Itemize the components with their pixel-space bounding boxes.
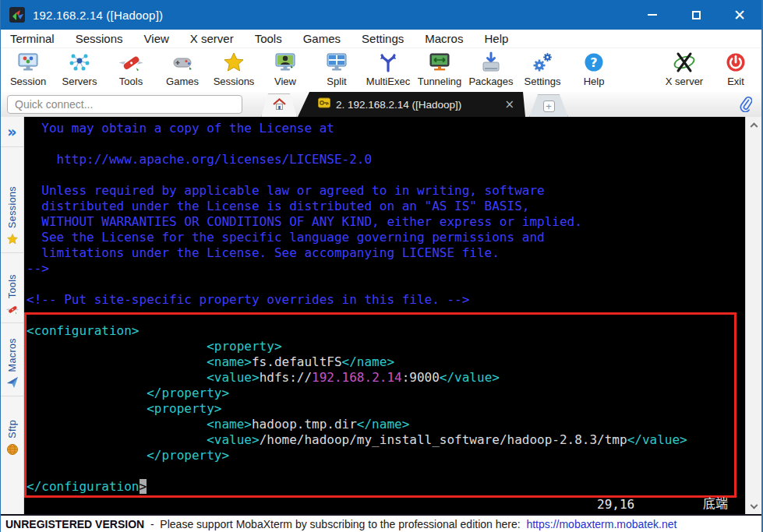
terminal-line: [26, 277, 687, 292]
quick-connect-input[interactable]: [7, 95, 242, 114]
toolbar-label-sessions: Sessions: [214, 76, 255, 87]
toolbar-button-split[interactable]: Split: [311, 50, 362, 87]
gamepad-icon: [170, 50, 195, 75]
active-tab-label: 2. 192.168.2.14 ([Hadoop]): [336, 99, 461, 111]
menu-item-view[interactable]: View: [144, 32, 169, 45]
toolbar-button-servers[interactable]: Servers: [54, 50, 105, 87]
terminal-panel[interactable]: You may obtain a copy of the License at …: [24, 117, 745, 514]
toolbar-button-view[interactable]: View: [260, 50, 311, 87]
star-icon: [221, 50, 246, 75]
terminal-line: -->: [26, 261, 687, 277]
toolbar-button-games[interactable]: Games: [157, 50, 208, 87]
menu-item-help[interactable]: Help: [484, 32, 508, 45]
split-monitor-icon: [324, 50, 349, 75]
home-icon: [273, 98, 286, 114]
terminal-line: <configuration>: [26, 323, 687, 339]
paperclip-icon[interactable]: [740, 97, 752, 115]
mobaxterm-window: 192.168.2.14 ([Hadoop]) ✕ TerminalSessio…: [0, 0, 763, 532]
multiexec-fork-icon: [376, 50, 401, 75]
toolbar-label-multiexec: MultiExec: [366, 76, 410, 87]
sidebar-tab-macros[interactable]: Macros: [1, 322, 23, 396]
globe-icon: [6, 443, 19, 456]
toolbar-label-packages: Packages: [468, 76, 513, 87]
sidebar-tab-label-macros: Macros: [7, 338, 18, 372]
toolbar-label-view: View: [274, 76, 296, 87]
minimize-button[interactable]: [631, 0, 674, 30]
toolbar-button-tools[interactable]: Tools: [105, 50, 157, 87]
terminal-scrollbar[interactable]: [745, 117, 761, 514]
toolbar-label-games: Games: [166, 76, 199, 87]
terminal-line: </property>: [26, 386, 687, 401]
scroll-up-button[interactable]: [746, 117, 761, 131]
menu-item-settings[interactable]: Settings: [362, 32, 404, 45]
terminal-line: </configuration>: [26, 479, 687, 495]
active-session-tab[interactable]: 2. 192.168.2.14 ([Hadoop]) ×: [298, 92, 525, 117]
menu-item-sessions[interactable]: Sessions: [76, 32, 123, 45]
footer-message: - Please support MobaXterm by subscribin…: [144, 518, 526, 530]
vim-cursor-position: 29,16: [597, 497, 634, 512]
menu-item-x-server[interactable]: X server: [190, 32, 234, 45]
servers-network-icon: [67, 50, 92, 75]
unregistered-label: UNREGISTERED VERSION: [5, 518, 144, 530]
terminal-line: WITHOUT WARRANTIES OR CONDITIONS OF ANY …: [26, 214, 687, 230]
terminal-line: distributed under the License is distrib…: [26, 199, 687, 214]
toolbar-button-sessions[interactable]: Sessions: [208, 50, 260, 87]
new-tab-button[interactable]: +: [529, 94, 568, 117]
terminal-line: See the License for the specific languag…: [26, 230, 687, 245]
x-server-icon: [672, 50, 697, 75]
scroll-down-button[interactable]: [746, 500, 761, 514]
menu-item-games[interactable]: Games: [303, 32, 341, 45]
terminal-line: <property>: [26, 401, 687, 417]
mobatek-link[interactable]: https://mobaxterm.mobatek.net: [526, 518, 676, 530]
menu-item-tools[interactable]: Tools: [255, 32, 282, 45]
sidebar-tab-tools[interactable]: Tools: [1, 252, 23, 322]
toolbar-label-settings: Settings: [525, 76, 561, 87]
tunneling-monitor-icon: [427, 50, 452, 75]
chevron-down-icon: [750, 501, 758, 509]
terminal-line: [26, 308, 687, 323]
toolbar-button-x-server[interactable]: X server: [659, 50, 710, 87]
terminal-line: </property>: [26, 448, 687, 463]
terminal-text: You may obtain a copy of the License at …: [26, 121, 687, 495]
maximize-icon: [692, 11, 701, 19]
toolbar-button-session[interactable]: Session: [2, 50, 54, 87]
menu-item-macros[interactable]: Macros: [425, 32, 463, 45]
terminal-line: You may obtain a copy of the License at: [26, 121, 687, 136]
terminal-line: [26, 167, 687, 183]
view-monitor-icon: [273, 50, 298, 75]
left-sidebar: » SessionsToolsMacrosSftp: [1, 117, 24, 514]
toolbar-label-tunneling: Tunneling: [418, 76, 462, 87]
plus-icon: +: [543, 100, 555, 112]
tab-close-icon[interactable]: ×: [504, 97, 514, 111]
toolbar-button-help[interactable]: ?Help: [568, 50, 620, 87]
sidebar-expand-button[interactable]: »: [1, 117, 23, 146]
close-button[interactable]: ✕: [718, 0, 761, 30]
toolbar-button-settings[interactable]: Settings: [517, 50, 568, 87]
window-title: 192.168.2.14 ([Hadoop]): [33, 9, 163, 22]
terminal-line: [26, 136, 687, 152]
sidebar-tab-label-tools: Tools: [7, 274, 18, 298]
tab-row: 2. 192.168.2.14 ([Hadoop]) × +: [1, 92, 761, 117]
terminal-line: http://www.apache.org/licenses/LICENSE-2…: [26, 152, 687, 167]
terminal-line: Unless required by applicable law or agr…: [26, 183, 687, 199]
toolbar-button-exit[interactable]: Exit: [710, 50, 761, 87]
home-tab[interactable]: [261, 93, 297, 117]
toolbar-button-tunneling[interactable]: Tunneling: [414, 50, 465, 87]
toolbar-button-multiexec[interactable]: MultiExec: [362, 50, 414, 87]
terminal-line: <value>hdfs://192.168.2.14:9000</value>: [26, 370, 687, 386]
sidebar-tab-sftp[interactable]: Sftp: [1, 396, 23, 463]
menu-item-terminal[interactable]: Terminal: [10, 32, 55, 45]
star-icon: [6, 233, 19, 245]
chevron-up-icon: [750, 122, 758, 130]
sidebar-tab-label-sftp: Sftp: [7, 420, 18, 439]
toolbar-label-help: Help: [584, 76, 605, 87]
paper-plane-icon: [6, 376, 19, 389]
toolbar-label-tools: Tools: [119, 76, 143, 87]
sidebar-tab-sessions[interactable]: Sessions: [1, 146, 23, 252]
maximize-button[interactable]: [674, 0, 718, 30]
toolbar: SessionServersToolsGamesSessionsViewSpli…: [1, 48, 761, 92]
toolbar-label-session: Session: [10, 76, 46, 87]
footer-bar: UNREGISTERED VERSION - Please support Mo…: [1, 514, 761, 532]
toolbar-button-packages[interactable]: Packages: [465, 50, 517, 87]
terminal-line: [26, 463, 687, 479]
